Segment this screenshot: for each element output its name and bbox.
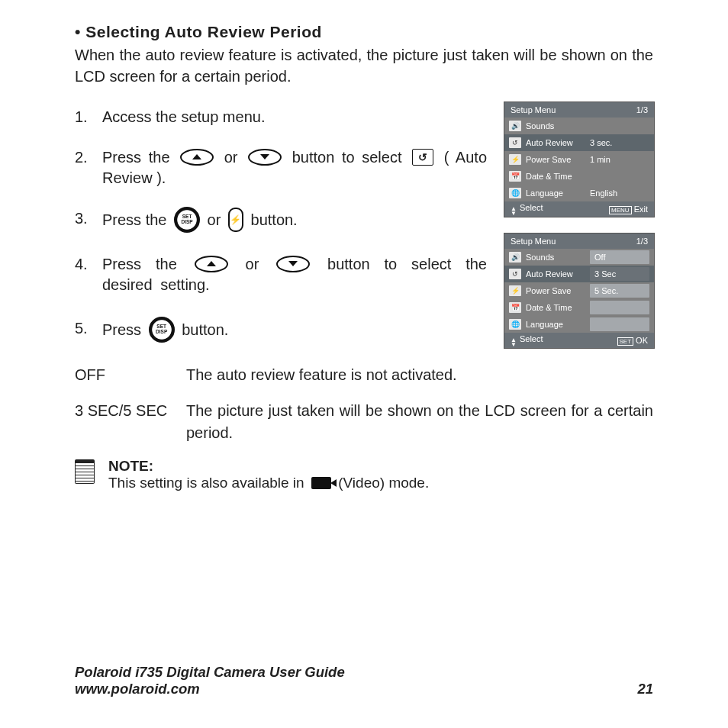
note-block: NOTE: This setting is also available in …: [75, 458, 653, 491]
foot-exit: MENUExit: [609, 205, 648, 214]
menu-row: 🌐Language: [504, 316, 654, 333]
menu-title: Setup Menu: [511, 237, 556, 246]
menu-row: ⚡Power Save1 min: [504, 151, 654, 168]
step-number: 3.: [75, 208, 102, 234]
note-text: NOTE: This setting is also available in …: [108, 458, 429, 491]
menu-row: 🌐LanguageEnglish: [504, 185, 654, 201]
menu-page: 1/3: [636, 237, 648, 246]
menu-row: 🔊Sounds: [504, 118, 654, 134]
language-icon: 🌐: [509, 188, 521, 198]
intro-text: When the auto review feature is activate…: [75, 44, 653, 87]
heading-text: Selecting Auto Review Period: [85, 23, 322, 40]
setup-menu-screenshot-2: Setup Menu 1/3 🔊SoundsOff ↺Auto Review3 …: [504, 233, 655, 349]
footer-left: Polaroid i735 Digital Camera User Guide …: [75, 664, 345, 697]
step-4: 4. Press the or button to select the des…: [75, 254, 487, 295]
auto-review-icon: ↺: [412, 149, 433, 166]
page-footer: Polaroid i735 Digital Camera User Guide …: [75, 664, 653, 697]
menu-titlebar: Setup Menu 1/3: [504, 234, 654, 249]
definition-key: OFF: [75, 364, 186, 386]
steps-list: 1. Access the setup menu. 2. Press the o…: [75, 107, 487, 344]
definition-key: 3 SEC/5 SEC: [75, 400, 186, 444]
definition-off: OFF The auto review feature is not activ…: [75, 364, 653, 386]
set-key-icon: SET: [617, 337, 634, 346]
step-number: 2.: [75, 147, 102, 188]
language-icon: 🌐: [509, 319, 521, 330]
sounds-icon: 🔊: [509, 252, 521, 263]
video-mode-icon: [311, 477, 331, 489]
menu-row: 📅Date & Time: [504, 168, 654, 185]
lcd-screenshots: Setup Menu 1/3 🔊Sounds ↺Auto Review3 sec…: [504, 101, 653, 349]
step-5: 5. Press SET DISP button.: [75, 318, 487, 344]
menu-footbar: ▲▼Select SETOK: [504, 333, 654, 348]
updown-arrows-icon: ▲▼: [511, 338, 517, 347]
down-button-icon: [248, 149, 282, 166]
option-definitions: OFF The auto review feature is not activ…: [75, 364, 653, 444]
set-disp-button-icon: SET DISP: [149, 317, 175, 343]
foot-select: ▲▼Select: [511, 203, 543, 216]
auto-review-icon: ↺: [509, 269, 521, 279]
step-text: Press the or button to select the desire…: [102, 254, 487, 295]
footer-guide-title: Polaroid i735 Digital Camera User Guide: [75, 664, 345, 681]
step-text: Access the setup menu.: [102, 107, 487, 127]
step-number: 4.: [75, 254, 102, 295]
menu-row: 📅Date & Time: [504, 299, 654, 316]
definition-value: The auto review feature is not activated…: [186, 364, 653, 386]
menu-row: 🔊SoundsOff: [504, 249, 654, 266]
note-label: NOTE:: [108, 458, 153, 474]
up-button-icon: [195, 256, 228, 272]
manual-page: • Selecting Auto Review Period When the …: [0, 0, 728, 728]
power-save-icon: ⚡: [509, 154, 521, 165]
page-number: 21: [637, 681, 653, 697]
step-number: 5.: [75, 318, 102, 344]
step-1: 1. Access the setup menu.: [75, 107, 487, 127]
foot-ok: SETOK: [617, 336, 648, 345]
step-text: Press the SET DISP or ⚡ button.: [102, 208, 487, 234]
date-time-icon: 📅: [509, 302, 521, 313]
note-icon: [75, 459, 95, 484]
step-3: 3. Press the SET DISP or ⚡ button.: [75, 208, 487, 234]
setup-menu-screenshot-1: Setup Menu 1/3 🔊Sounds ↺Auto Review3 sec…: [504, 101, 655, 217]
menu-row-highlighted: ↺Auto Review3 Sec: [504, 266, 654, 282]
definition-sec: 3 SEC/5 SEC The picture just taken will …: [75, 400, 653, 444]
foot-select: ▲▼Select: [511, 334, 543, 347]
power-save-icon: ⚡: [509, 285, 521, 296]
definition-value: The picture just taken will be shown on …: [186, 400, 653, 444]
date-time-icon: 📅: [509, 171, 521, 182]
section-heading: • Selecting Auto Review Period: [75, 23, 653, 41]
down-button-icon: [276, 256, 310, 272]
step-text: Press the or button to select ↺ ( Auto R…: [102, 147, 487, 188]
updown-arrows-icon: ▲▼: [511, 207, 517, 216]
menu-page: 1/3: [636, 105, 648, 114]
up-button-icon: [180, 149, 214, 166]
menu-key-icon: MENU: [609, 206, 632, 214]
step-text: Press SET DISP button.: [102, 318, 487, 344]
menu-row: ⚡Power Save5 Sec.: [504, 282, 654, 299]
menu-row-highlighted: ↺Auto Review3 sec.: [504, 134, 654, 151]
menu-footbar: ▲▼Select MENUExit: [504, 201, 654, 217]
sounds-icon: 🔊: [509, 121, 521, 131]
bullet: •: [75, 23, 81, 40]
step-2: 2. Press the or button to select ↺ ( Aut…: [75, 147, 487, 188]
auto-review-icon: ↺: [509, 137, 521, 148]
right-button-icon: ⚡: [228, 208, 243, 232]
set-disp-button-icon: SET DISP: [174, 207, 200, 233]
menu-title: Setup Menu: [511, 105, 556, 114]
menu-titlebar: Setup Menu 1/3: [504, 102, 654, 118]
footer-url: www.polaroid.com: [75, 681, 345, 697]
step-number: 1.: [75, 107, 102, 127]
